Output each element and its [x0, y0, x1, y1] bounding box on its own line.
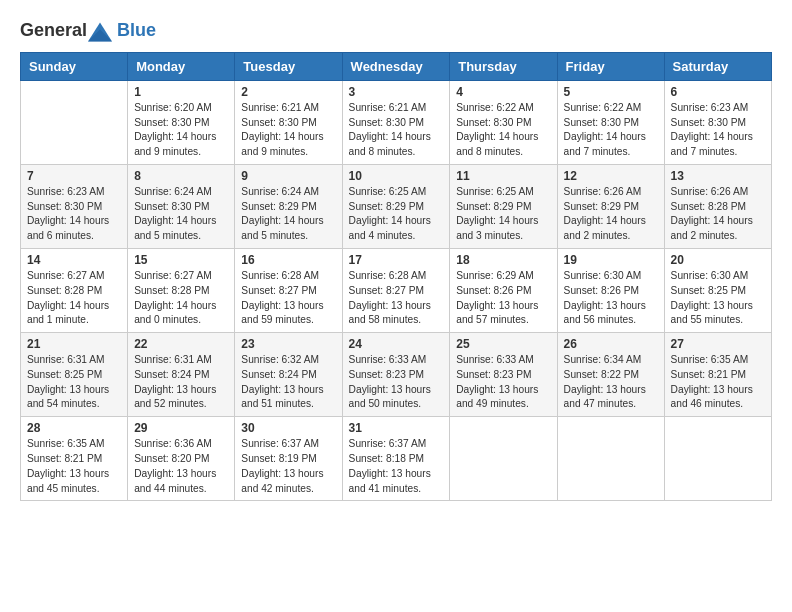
day-info: Sunrise: 6:32 AM Sunset: 8:24 PM Dayligh… [241, 353, 335, 412]
day-number: 25 [456, 337, 550, 351]
day-info: Sunrise: 6:33 AM Sunset: 8:23 PM Dayligh… [456, 353, 550, 412]
day-number: 5 [564, 85, 658, 99]
logo-text-blue: Blue [117, 20, 156, 41]
week-row-5: 28Sunrise: 6:35 AM Sunset: 8:21 PM Dayli… [21, 417, 772, 501]
header-row: SundayMondayTuesdayWednesdayThursdayFrid… [21, 52, 772, 80]
day-cell: 20Sunrise: 6:30 AM Sunset: 8:25 PM Dayli… [664, 249, 771, 333]
day-cell [664, 417, 771, 501]
day-number: 9 [241, 169, 335, 183]
day-info: Sunrise: 6:33 AM Sunset: 8:23 PM Dayligh… [349, 353, 444, 412]
svg-marker-1 [88, 29, 112, 41]
day-cell: 1Sunrise: 6:20 AM Sunset: 8:30 PM Daylig… [128, 80, 235, 164]
day-number: 20 [671, 253, 765, 267]
day-cell: 29Sunrise: 6:36 AM Sunset: 8:20 PM Dayli… [128, 417, 235, 501]
day-info: Sunrise: 6:28 AM Sunset: 8:27 PM Dayligh… [349, 269, 444, 328]
day-number: 13 [671, 169, 765, 183]
day-cell: 13Sunrise: 6:26 AM Sunset: 8:28 PM Dayli… [664, 164, 771, 248]
day-cell: 19Sunrise: 6:30 AM Sunset: 8:26 PM Dayli… [557, 249, 664, 333]
day-number: 21 [27, 337, 121, 351]
week-row-2: 7Sunrise: 6:23 AM Sunset: 8:30 PM Daylig… [21, 164, 772, 248]
day-info: Sunrise: 6:23 AM Sunset: 8:30 PM Dayligh… [27, 185, 121, 244]
logo-text-general: General [20, 20, 113, 42]
day-cell: 10Sunrise: 6:25 AM Sunset: 8:29 PM Dayli… [342, 164, 450, 248]
day-number: 18 [456, 253, 550, 267]
day-info: Sunrise: 6:30 AM Sunset: 8:26 PM Dayligh… [564, 269, 658, 328]
header: General Blue [20, 20, 772, 42]
header-cell-tuesday: Tuesday [235, 52, 342, 80]
day-number: 16 [241, 253, 335, 267]
day-cell: 24Sunrise: 6:33 AM Sunset: 8:23 PM Dayli… [342, 333, 450, 417]
header-cell-thursday: Thursday [450, 52, 557, 80]
day-number: 14 [27, 253, 121, 267]
day-cell: 3Sunrise: 6:21 AM Sunset: 8:30 PM Daylig… [342, 80, 450, 164]
day-cell: 8Sunrise: 6:24 AM Sunset: 8:30 PM Daylig… [128, 164, 235, 248]
day-info: Sunrise: 6:21 AM Sunset: 8:30 PM Dayligh… [349, 101, 444, 160]
header-cell-wednesday: Wednesday [342, 52, 450, 80]
day-cell [21, 80, 128, 164]
day-info: Sunrise: 6:20 AM Sunset: 8:30 PM Dayligh… [134, 101, 228, 160]
day-number: 8 [134, 169, 228, 183]
day-cell: 11Sunrise: 6:25 AM Sunset: 8:29 PM Dayli… [450, 164, 557, 248]
day-cell: 22Sunrise: 6:31 AM Sunset: 8:24 PM Dayli… [128, 333, 235, 417]
day-number: 24 [349, 337, 444, 351]
day-cell: 4Sunrise: 6:22 AM Sunset: 8:30 PM Daylig… [450, 80, 557, 164]
day-number: 4 [456, 85, 550, 99]
day-cell: 28Sunrise: 6:35 AM Sunset: 8:21 PM Dayli… [21, 417, 128, 501]
day-number: 1 [134, 85, 228, 99]
day-info: Sunrise: 6:21 AM Sunset: 8:30 PM Dayligh… [241, 101, 335, 160]
day-number: 30 [241, 421, 335, 435]
week-row-1: 1Sunrise: 6:20 AM Sunset: 8:30 PM Daylig… [21, 80, 772, 164]
day-number: 31 [349, 421, 444, 435]
day-info: Sunrise: 6:29 AM Sunset: 8:26 PM Dayligh… [456, 269, 550, 328]
header-cell-sunday: Sunday [21, 52, 128, 80]
day-number: 19 [564, 253, 658, 267]
day-cell: 9Sunrise: 6:24 AM Sunset: 8:29 PM Daylig… [235, 164, 342, 248]
day-number: 23 [241, 337, 335, 351]
day-info: Sunrise: 6:22 AM Sunset: 8:30 PM Dayligh… [456, 101, 550, 160]
day-number: 10 [349, 169, 444, 183]
day-cell: 15Sunrise: 6:27 AM Sunset: 8:28 PM Dayli… [128, 249, 235, 333]
day-info: Sunrise: 6:24 AM Sunset: 8:30 PM Dayligh… [134, 185, 228, 244]
day-info: Sunrise: 6:31 AM Sunset: 8:25 PM Dayligh… [27, 353, 121, 412]
day-cell: 2Sunrise: 6:21 AM Sunset: 8:30 PM Daylig… [235, 80, 342, 164]
day-info: Sunrise: 6:35 AM Sunset: 8:21 PM Dayligh… [27, 437, 121, 496]
day-info: Sunrise: 6:23 AM Sunset: 8:30 PM Dayligh… [671, 101, 765, 160]
day-cell: 30Sunrise: 6:37 AM Sunset: 8:19 PM Dayli… [235, 417, 342, 501]
day-cell: 6Sunrise: 6:23 AM Sunset: 8:30 PM Daylig… [664, 80, 771, 164]
day-number: 26 [564, 337, 658, 351]
day-cell [557, 417, 664, 501]
day-number: 3 [349, 85, 444, 99]
day-cell: 27Sunrise: 6:35 AM Sunset: 8:21 PM Dayli… [664, 333, 771, 417]
day-info: Sunrise: 6:28 AM Sunset: 8:27 PM Dayligh… [241, 269, 335, 328]
day-info: Sunrise: 6:27 AM Sunset: 8:28 PM Dayligh… [27, 269, 121, 328]
day-info: Sunrise: 6:25 AM Sunset: 8:29 PM Dayligh… [349, 185, 444, 244]
day-cell: 18Sunrise: 6:29 AM Sunset: 8:26 PM Dayli… [450, 249, 557, 333]
day-info: Sunrise: 6:36 AM Sunset: 8:20 PM Dayligh… [134, 437, 228, 496]
day-number: 27 [671, 337, 765, 351]
day-cell: 12Sunrise: 6:26 AM Sunset: 8:29 PM Dayli… [557, 164, 664, 248]
logo: General Blue [20, 20, 156, 42]
day-info: Sunrise: 6:26 AM Sunset: 8:28 PM Dayligh… [671, 185, 765, 244]
header-cell-friday: Friday [557, 52, 664, 80]
day-info: Sunrise: 6:35 AM Sunset: 8:21 PM Dayligh… [671, 353, 765, 412]
day-cell: 7Sunrise: 6:23 AM Sunset: 8:30 PM Daylig… [21, 164, 128, 248]
day-info: Sunrise: 6:25 AM Sunset: 8:29 PM Dayligh… [456, 185, 550, 244]
day-cell: 21Sunrise: 6:31 AM Sunset: 8:25 PM Dayli… [21, 333, 128, 417]
day-info: Sunrise: 6:37 AM Sunset: 8:19 PM Dayligh… [241, 437, 335, 496]
day-number: 28 [27, 421, 121, 435]
day-info: Sunrise: 6:26 AM Sunset: 8:29 PM Dayligh… [564, 185, 658, 244]
day-number: 11 [456, 169, 550, 183]
day-cell: 17Sunrise: 6:28 AM Sunset: 8:27 PM Dayli… [342, 249, 450, 333]
day-number: 22 [134, 337, 228, 351]
day-cell: 14Sunrise: 6:27 AM Sunset: 8:28 PM Dayli… [21, 249, 128, 333]
week-row-4: 21Sunrise: 6:31 AM Sunset: 8:25 PM Dayli… [21, 333, 772, 417]
day-number: 29 [134, 421, 228, 435]
day-cell [450, 417, 557, 501]
day-number: 12 [564, 169, 658, 183]
day-cell: 16Sunrise: 6:28 AM Sunset: 8:27 PM Dayli… [235, 249, 342, 333]
day-info: Sunrise: 6:27 AM Sunset: 8:28 PM Dayligh… [134, 269, 228, 328]
day-cell: 23Sunrise: 6:32 AM Sunset: 8:24 PM Dayli… [235, 333, 342, 417]
week-row-3: 14Sunrise: 6:27 AM Sunset: 8:28 PM Dayli… [21, 249, 772, 333]
day-info: Sunrise: 6:22 AM Sunset: 8:30 PM Dayligh… [564, 101, 658, 160]
day-number: 2 [241, 85, 335, 99]
